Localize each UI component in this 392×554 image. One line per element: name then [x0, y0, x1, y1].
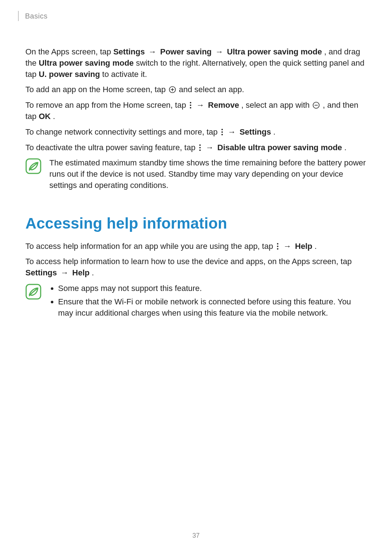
note-list-item: Some apps may not support this feature.: [58, 283, 367, 294]
arrow-icon: →: [148, 47, 156, 56]
note-body: The estimated maximum standby time shows…: [49, 157, 367, 191]
paragraph-help-device: To access help information to learn how …: [25, 256, 367, 279]
paragraph-remove-app: To remove an app from the Home screen, t…: [25, 100, 367, 122]
arrow-icon: →: [215, 47, 223, 56]
label-u-power-saving: U. power saving: [39, 70, 100, 79]
label-settings: Settings: [240, 127, 271, 136]
note-text: The estimated maximum standby time shows…: [49, 158, 366, 190]
paragraph-add-app: To add an app on the Home screen, tap an…: [25, 84, 367, 95]
text: On the Apps screen, tap: [25, 47, 113, 56]
arrow-icon: →: [196, 100, 204, 110]
more-options-icon: [199, 144, 201, 151]
more-options-icon: [189, 102, 192, 109]
arrow-icon: →: [61, 268, 69, 277]
label-remove: Remove: [208, 100, 239, 110]
label-help: Help: [72, 268, 90, 277]
paragraph-ultra-power-enable: On the Apps screen, tap Settings → Power…: [25, 46, 367, 80]
text: To access help information to learn how …: [25, 257, 352, 266]
paragraph-network-settings: To change network connectivity settings …: [25, 127, 367, 138]
text: To add an app on the Home screen, tap: [25, 85, 168, 94]
page-content: On the Apps screen, tap Settings → Power…: [25, 46, 367, 321]
label-help: Help: [295, 242, 313, 251]
note-standby-time: The estimated maximum standby time shows…: [25, 157, 367, 191]
text: .: [92, 268, 94, 277]
note-body: Some apps may not support this feature. …: [49, 283, 367, 321]
label-power-saving: Power saving: [160, 47, 212, 56]
more-options-icon: [276, 243, 279, 250]
label-settings: Settings: [25, 268, 57, 277]
page-number: 37: [0, 531, 392, 540]
text: to activate it.: [102, 70, 147, 79]
section-breadcrumb: Basics: [25, 11, 48, 21]
text: , select an app with: [241, 100, 312, 110]
label-disable-ultra-power: Disable ultra power saving mode: [217, 143, 342, 152]
label-ultra-power-saving-mode-switch: Ultra power saving mode: [39, 58, 134, 67]
text: To deactivate the ultra power saving fea…: [25, 143, 198, 152]
text: To remove an app from the Home screen, t…: [25, 100, 188, 110]
header-rule: [18, 11, 19, 21]
text: To access help information for an app wh…: [25, 242, 275, 251]
note-help-caveats: Some apps may not support this feature. …: [25, 283, 367, 321]
label-ok: OK: [39, 112, 51, 121]
note-list-item: Ensure that the Wi-Fi or mobile network …: [58, 296, 367, 319]
page-header: Basics: [25, 11, 367, 21]
text: and select an app.: [179, 85, 244, 94]
text: .: [273, 127, 275, 136]
text: .: [344, 143, 346, 152]
arrow-icon: →: [206, 143, 214, 152]
text: To change network connectivity settings …: [25, 127, 220, 136]
paragraph-disable-ultra-power: To deactivate the ultra power saving fea…: [25, 142, 367, 153]
text: .: [315, 242, 317, 251]
note-icon: [25, 158, 43, 177]
paragraph-help-in-app: To access help information for an app wh…: [25, 241, 367, 252]
arrow-icon: →: [283, 242, 291, 251]
label-ultra-power-saving-mode: Ultra power saving mode: [227, 47, 322, 56]
note-icon: [25, 284, 43, 303]
plus-circle-icon: [169, 86, 176, 93]
text: .: [53, 112, 55, 121]
note-list: Some apps may not support this feature. …: [49, 283, 367, 319]
section-title-help: Accessing help information: [25, 213, 367, 234]
label-settings: Settings: [113, 47, 145, 56]
more-options-icon: [221, 128, 224, 136]
page: Basics On the Apps screen, tap Settings …: [0, 0, 392, 554]
minus-circle-icon: [313, 102, 320, 109]
arrow-icon: →: [228, 127, 236, 136]
